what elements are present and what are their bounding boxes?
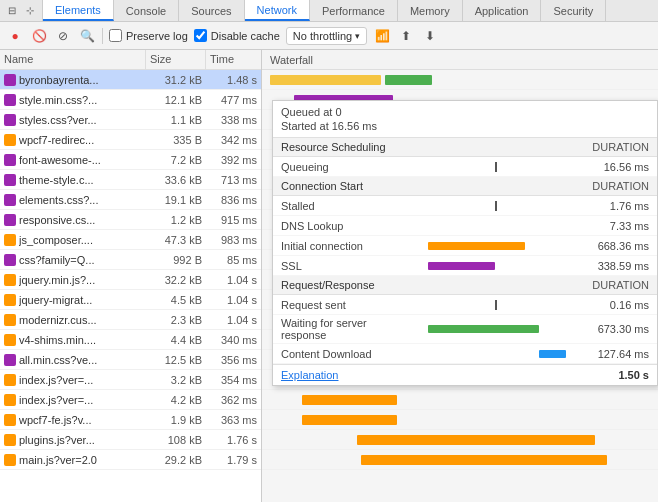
tab-performance[interactable]: Performance — [310, 0, 398, 21]
cell-time: 363 ms — [206, 414, 261, 426]
detail-meta: Queued at 0 Started at 16.56 ms — [273, 101, 657, 138]
separator-1 — [102, 28, 103, 44]
tab-memory[interactable]: Memory — [398, 0, 463, 21]
cell-time: 915 ms — [206, 214, 261, 226]
cell-time: 477 ms — [206, 94, 261, 106]
timing-waiting: Waiting for server response 673.30 ms — [273, 315, 657, 344]
cell-time: 1.04 s — [206, 274, 261, 286]
cell-name: all.min.css?ve... — [0, 354, 146, 366]
network-row[interactable]: style.min.css?... 12.1 kB 477 ms — [0, 90, 261, 110]
cell-time: 713 ms — [206, 174, 261, 186]
download-icon[interactable]: ⬇ — [421, 27, 439, 45]
col-time-header: Time — [206, 50, 261, 69]
request-sent-bar-area — [421, 299, 569, 311]
search-icon[interactable]: 🔍 — [78, 27, 96, 45]
dock-icon[interactable]: ⊟ — [4, 3, 20, 19]
tab-network[interactable]: Network — [245, 0, 310, 21]
network-row[interactable]: js_composer.... 47.3 kB 983 ms — [0, 230, 261, 250]
cell-size: 31.2 kB — [146, 74, 206, 86]
clear-button[interactable]: 🚫 — [30, 27, 48, 45]
tab-elements[interactable]: Elements — [43, 0, 114, 21]
cell-size: 33.6 kB — [146, 174, 206, 186]
network-row[interactable]: responsive.cs... 1.2 kB 915 ms — [0, 210, 261, 230]
right-panel: Waterfall Queued at 0 Started at 16.56 m… — [262, 50, 658, 502]
cell-size: 12.1 kB — [146, 94, 206, 106]
cell-time: 356 ms — [206, 354, 261, 366]
cell-name: plugins.js?ver... — [0, 434, 146, 446]
waterfall-bar — [262, 75, 658, 85]
network-row[interactable]: styles.css?ver... 1.1 kB 338 ms — [0, 110, 261, 130]
network-row[interactable]: wpcf7-fe.js?v... 1.9 kB 363 ms — [0, 410, 261, 430]
network-row[interactable]: v4-shims.min.... 4.4 kB 340 ms — [0, 330, 261, 350]
network-row[interactable]: theme-style.c... 33.6 kB 713 ms — [0, 170, 261, 190]
tab-security[interactable]: Security — [541, 0, 606, 21]
cell-size: 32.2 kB — [146, 274, 206, 286]
cell-name: styles.css?ver... — [0, 114, 146, 126]
network-row[interactable]: index.js?ver=... 3.2 kB 354 ms — [0, 370, 261, 390]
record-button[interactable]: ● — [6, 27, 24, 45]
timing-content-download: Content Download 127.64 ms — [273, 344, 657, 364]
disable-cache-label[interactable]: Disable cache — [194, 29, 280, 42]
wifi-icon[interactable]: 📶 — [373, 27, 391, 45]
network-row[interactable]: elements.css?... 19.1 kB 836 ms — [0, 190, 261, 210]
network-row[interactable]: all.min.css?ve... 12.5 kB 356 ms — [0, 350, 261, 370]
waterfall-row[interactable] — [262, 450, 658, 470]
cell-size: 19.1 kB — [146, 194, 206, 206]
ssl-bar-area — [421, 260, 569, 272]
cell-size: 7.2 kB — [146, 154, 206, 166]
waterfall-row[interactable] — [262, 430, 658, 450]
tab-console[interactable]: Console — [114, 0, 179, 21]
tab-sources[interactable]: Sources — [179, 0, 244, 21]
waterfall-row[interactable] — [262, 70, 658, 90]
network-row[interactable]: font-awesome-... 7.2 kB 392 ms — [0, 150, 261, 170]
cell-size: 47.3 kB — [146, 234, 206, 246]
tab-application[interactable]: Application — [463, 0, 542, 21]
toolbar: ● 🚫 ⊘ 🔍 Preserve log Disable cache No th… — [0, 22, 658, 50]
pointer-icon[interactable]: ⊹ — [22, 3, 38, 19]
network-row[interactable]: modernizr.cus... 2.3 kB 1.04 s — [0, 310, 261, 330]
cell-size: 992 B — [146, 254, 206, 266]
cell-size: 4.2 kB — [146, 394, 206, 406]
network-row[interactable]: wpcf7-redirec... 335 B 342 ms — [0, 130, 261, 150]
waterfall-bar — [262, 435, 658, 445]
main-area: Name Size Time byronbayrenta... 31.2 kB … — [0, 50, 658, 502]
waterfall-row[interactable] — [262, 410, 658, 430]
cell-time: 85 ms — [206, 254, 261, 266]
cell-name: js_composer.... — [0, 234, 146, 246]
chevron-down-icon: ▾ — [355, 31, 360, 41]
cell-time: 1.48 s — [206, 74, 261, 86]
upload-icon[interactable]: ⬆ — [397, 27, 415, 45]
timing-stalled: Stalled 1.76 ms — [273, 196, 657, 216]
network-row[interactable]: jquery-migrat... 4.5 kB 1.04 s — [0, 290, 261, 310]
waiting-bar-area — [421, 323, 569, 335]
col-name-header: Name — [0, 50, 146, 69]
network-row[interactable]: css?family=Q... 992 B 85 ms — [0, 250, 261, 270]
network-list: byronbayrenta... 31.2 kB 1.48 s style.mi… — [0, 70, 261, 502]
preserve-log-label[interactable]: Preserve log — [109, 29, 188, 42]
cell-size: 4.5 kB — [146, 294, 206, 306]
network-row[interactable]: index.js?ver=... 4.2 kB 362 ms — [0, 390, 261, 410]
timing-ssl: SSL 338.59 ms — [273, 256, 657, 276]
cell-size: 1.9 kB — [146, 414, 206, 426]
request-response-header: Request/Response DURATION — [273, 276, 657, 295]
network-row[interactable]: plugins.js?ver... 108 kB 1.76 s — [0, 430, 261, 450]
filter-icon[interactable]: ⊘ — [54, 27, 72, 45]
waterfall-row[interactable] — [262, 390, 658, 410]
cell-name: elements.css?... — [0, 194, 146, 206]
network-row[interactable]: jquery.min.js?... 32.2 kB 1.04 s — [0, 270, 261, 290]
preserve-log-checkbox[interactable] — [109, 29, 122, 42]
cell-size: 1.2 kB — [146, 214, 206, 226]
network-row[interactable]: byronbayrenta... 31.2 kB 1.48 s — [0, 70, 261, 90]
cell-time: 338 ms — [206, 114, 261, 126]
network-row[interactable]: main.js?ver=2.0 29.2 kB 1.79 s — [0, 450, 261, 470]
explanation-link[interactable]: Explanation — [281, 369, 339, 381]
devtools-icons: ⊟ ⊹ — [0, 0, 43, 21]
cell-name: v4-shims.min.... — [0, 334, 146, 346]
disable-cache-checkbox[interactable] — [194, 29, 207, 42]
throttling-dropdown[interactable]: No throttling ▾ — [286, 27, 367, 45]
network-panel: Name Size Time byronbayrenta... 31.2 kB … — [0, 50, 262, 502]
waterfall-bar — [262, 415, 658, 425]
cell-name: style.min.css?... — [0, 94, 146, 106]
cell-size: 2.3 kB — [146, 314, 206, 326]
timing-queueing: Queueing 16.56 ms — [273, 157, 657, 177]
